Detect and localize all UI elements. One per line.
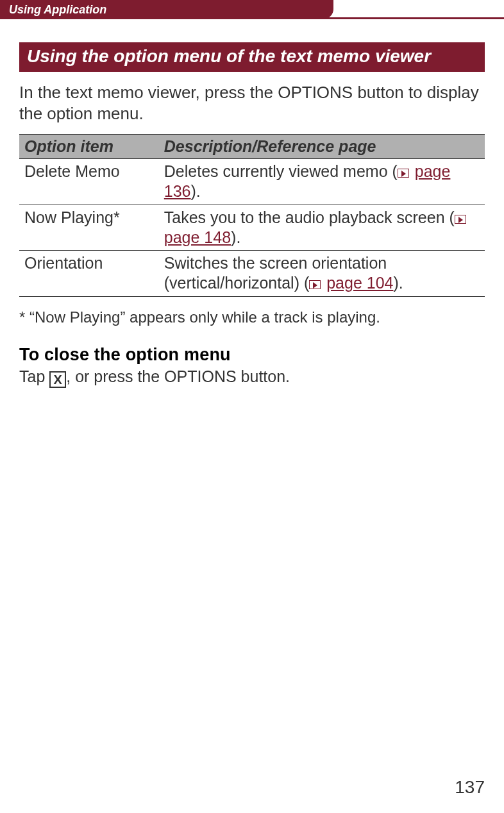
close-menu-after: , or press the OPTIONS button. bbox=[66, 367, 290, 385]
table-row: Now Playing* Takes you to the audio play… bbox=[19, 205, 485, 251]
table-header-desc: Description/Reference page bbox=[159, 135, 485, 159]
option-desc: Takes you to the audio playback screen (… bbox=[159, 205, 485, 251]
close-menu-heading: To close the option menu bbox=[19, 345, 485, 365]
header-tab-label: Using Application bbox=[9, 3, 106, 17]
table-row: Orientation Switches the screen orientat… bbox=[19, 251, 485, 297]
intro-text: In the text memo viewer, press the OPTIO… bbox=[19, 82, 485, 124]
close-menu-body: Tap X, or press the OPTIONS button. bbox=[19, 366, 485, 388]
desc-text: Takes you to the audio playback screen ( bbox=[164, 208, 455, 226]
page-number: 137 bbox=[455, 777, 485, 798]
page-ref-icon bbox=[309, 280, 321, 289]
option-name: Orientation bbox=[19, 251, 159, 297]
options-table: Option item Description/Reference page D… bbox=[19, 134, 485, 297]
page-content: Using the option menu of the text memo v… bbox=[0, 19, 504, 388]
desc-text-after: ). bbox=[393, 274, 403, 292]
desc-text-after: ). bbox=[191, 182, 201, 200]
desc-text: Deletes currently viewed memo ( bbox=[164, 162, 398, 180]
page-ref-link[interactable]: page 148 bbox=[164, 228, 231, 246]
header-tab: Using Application bbox=[0, 0, 333, 19]
option-name: Delete Memo bbox=[19, 159, 159, 205]
option-desc: Deletes currently viewed memo ( page 136… bbox=[159, 159, 485, 205]
close-menu-before: Tap bbox=[19, 367, 49, 385]
page-ref-link[interactable]: page 104 bbox=[326, 274, 393, 292]
footnote: * “Now Playing” appears only while a tra… bbox=[19, 307, 485, 327]
close-icon[interactable]: X bbox=[49, 371, 66, 388]
section-heading: Using the option menu of the text memo v… bbox=[19, 42, 485, 72]
table-row: Delete Memo Deletes currently viewed mem… bbox=[19, 159, 485, 205]
desc-text-after: ). bbox=[231, 228, 240, 246]
page-ref-icon bbox=[455, 215, 466, 224]
option-desc: Switches the screen orientation (vertica… bbox=[159, 251, 485, 297]
option-name: Now Playing* bbox=[19, 205, 159, 251]
table-header-option: Option item bbox=[19, 135, 159, 159]
page-ref-icon bbox=[398, 169, 409, 178]
